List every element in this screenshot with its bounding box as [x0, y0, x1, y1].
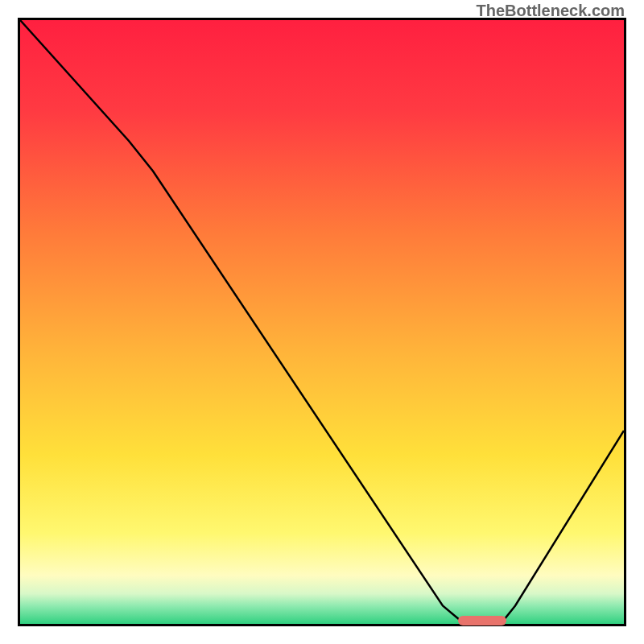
chart-curve — [20, 20, 624, 624]
chart-plot-area — [18, 18, 626, 626]
optimal-marker — [458, 616, 507, 625]
